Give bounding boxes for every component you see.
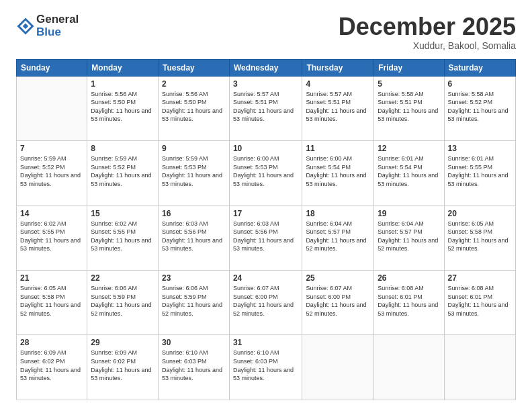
calendar-day-cell: 9Sunrise: 5:59 AM Sunset: 5:53 PM Daylig… (158, 141, 229, 205)
calendar-day-cell: 21Sunrise: 6:05 AM Sunset: 5:58 PM Dayli… (17, 271, 87, 335)
calendar-day-cell: 24Sunrise: 6:07 AM Sunset: 6:00 PM Dayli… (229, 271, 302, 335)
month-title: December 2025 (339, 13, 516, 40)
day-of-week-header: Friday (374, 59, 444, 76)
calendar-day-cell: 19Sunrise: 6:04 AM Sunset: 5:57 PM Dayli… (374, 205, 444, 270)
day-number: 11 (306, 144, 370, 153)
day-info: Sunrise: 6:01 AM Sunset: 5:55 PM Dayligh… (448, 154, 512, 188)
calendar-day-cell: 7Sunrise: 5:59 AM Sunset: 5:52 PM Daylig… (17, 141, 87, 205)
logo: General Blue (16, 13, 79, 38)
day-number: 28 (20, 338, 83, 347)
day-number: 9 (162, 144, 226, 153)
day-number: 18 (306, 209, 370, 218)
calendar-day-cell (17, 76, 87, 140)
day-number: 12 (378, 144, 440, 153)
day-number: 25 (306, 273, 370, 283)
day-number: 29 (91, 338, 154, 347)
day-header-row: SundayMondayTuesdayWednesdayThursdayFrid… (17, 59, 516, 76)
day-info: Sunrise: 6:00 AM Sunset: 5:53 PM Dayligh… (233, 154, 298, 188)
day-of-week-header: Saturday (444, 59, 515, 76)
day-info: Sunrise: 6:08 AM Sunset: 6:01 PM Dayligh… (448, 284, 512, 318)
calendar-week-row: 1Sunrise: 5:56 AM Sunset: 5:50 PM Daylig… (17, 76, 516, 140)
calendar-day-cell: 22Sunrise: 6:06 AM Sunset: 5:59 PM Dayli… (87, 271, 159, 335)
day-of-week-header: Wednesday (229, 59, 302, 76)
calendar-day-cell: 14Sunrise: 6:02 AM Sunset: 5:55 PM Dayli… (17, 205, 87, 270)
day-number: 4 (306, 79, 370, 89)
day-number: 20 (448, 209, 512, 218)
calendar-day-cell: 20Sunrise: 6:05 AM Sunset: 5:58 PM Dayli… (444, 205, 515, 270)
logo-general-text: General (36, 13, 79, 26)
day-number: 10 (233, 144, 298, 153)
day-info: Sunrise: 6:01 AM Sunset: 5:54 PM Dayligh… (378, 154, 440, 188)
day-number: 13 (448, 144, 512, 153)
day-info: Sunrise: 5:57 AM Sunset: 5:51 PM Dayligh… (306, 90, 370, 124)
calendar-day-cell: 2Sunrise: 5:56 AM Sunset: 5:50 PM Daylig… (158, 76, 229, 140)
calendar-page: General Blue December 2025 Xuddur, Bakoo… (0, 0, 532, 411)
calendar-day-cell (444, 335, 515, 400)
logo-icon (16, 17, 35, 36)
day-info: Sunrise: 6:10 AM Sunset: 6:03 PM Dayligh… (162, 349, 226, 382)
day-number: 30 (162, 338, 226, 347)
day-info: Sunrise: 6:06 AM Sunset: 5:59 PM Dayligh… (91, 284, 154, 318)
day-info: Sunrise: 5:58 AM Sunset: 5:52 PM Dayligh… (448, 90, 512, 124)
calendar-day-cell: 13Sunrise: 6:01 AM Sunset: 5:55 PM Dayli… (444, 141, 515, 205)
calendar-day-cell: 8Sunrise: 5:59 AM Sunset: 5:52 PM Daylig… (87, 141, 159, 205)
day-info: Sunrise: 6:02 AM Sunset: 5:55 PM Dayligh… (91, 220, 154, 253)
day-info: Sunrise: 6:03 AM Sunset: 5:56 PM Dayligh… (162, 220, 226, 253)
day-of-week-header: Thursday (302, 59, 374, 76)
calendar-day-cell: 10Sunrise: 6:00 AM Sunset: 5:53 PM Dayli… (229, 141, 302, 205)
day-number: 6 (448, 79, 512, 89)
calendar-week-row: 14Sunrise: 6:02 AM Sunset: 5:55 PM Dayli… (17, 205, 516, 270)
calendar-day-cell: 25Sunrise: 6:07 AM Sunset: 6:00 PM Dayli… (302, 271, 374, 335)
day-number: 22 (91, 273, 154, 283)
day-info: Sunrise: 6:02 AM Sunset: 5:55 PM Dayligh… (20, 220, 83, 253)
day-number: 17 (233, 209, 298, 218)
calendar-day-cell: 11Sunrise: 6:00 AM Sunset: 5:54 PM Dayli… (302, 141, 374, 205)
day-number: 16 (162, 209, 226, 218)
day-info: Sunrise: 6:06 AM Sunset: 5:59 PM Dayligh… (162, 284, 226, 318)
day-info: Sunrise: 6:04 AM Sunset: 5:57 PM Dayligh… (306, 220, 370, 253)
calendar-day-cell: 16Sunrise: 6:03 AM Sunset: 5:56 PM Dayli… (158, 205, 229, 270)
day-number: 31 (233, 338, 298, 347)
logo-text: General Blue (36, 13, 79, 38)
day-number: 14 (20, 209, 83, 218)
day-info: Sunrise: 6:10 AM Sunset: 6:03 PM Dayligh… (233, 349, 298, 382)
day-info: Sunrise: 5:58 AM Sunset: 5:51 PM Dayligh… (378, 90, 440, 124)
calendar-day-cell: 28Sunrise: 6:09 AM Sunset: 6:02 PM Dayli… (17, 335, 87, 400)
calendar-body: 1Sunrise: 5:56 AM Sunset: 5:50 PM Daylig… (17, 76, 516, 400)
day-info: Sunrise: 6:09 AM Sunset: 6:02 PM Dayligh… (20, 349, 83, 382)
calendar-table: SundayMondayTuesdayWednesdayThursdayFrid… (16, 59, 516, 400)
day-info: Sunrise: 6:00 AM Sunset: 5:54 PM Dayligh… (306, 154, 370, 188)
header: General Blue December 2025 Xuddur, Bakoo… (16, 13, 516, 51)
calendar-day-cell: 1Sunrise: 5:56 AM Sunset: 5:50 PM Daylig… (87, 76, 159, 140)
calendar-day-cell: 3Sunrise: 5:57 AM Sunset: 5:51 PM Daylig… (229, 76, 302, 140)
day-info: Sunrise: 5:59 AM Sunset: 5:53 PM Dayligh… (162, 154, 226, 188)
calendar-week-row: 28Sunrise: 6:09 AM Sunset: 6:02 PM Dayli… (17, 335, 516, 400)
day-number: 3 (233, 79, 298, 89)
calendar-header: SundayMondayTuesdayWednesdayThursdayFrid… (17, 59, 516, 76)
day-number: 19 (378, 209, 440, 218)
calendar-week-row: 7Sunrise: 5:59 AM Sunset: 5:52 PM Daylig… (17, 141, 516, 205)
day-info: Sunrise: 6:07 AM Sunset: 6:00 PM Dayligh… (306, 284, 370, 318)
calendar-day-cell (302, 335, 374, 400)
calendar-day-cell: 15Sunrise: 6:02 AM Sunset: 5:55 PM Dayli… (87, 205, 159, 270)
day-info: Sunrise: 6:08 AM Sunset: 6:01 PM Dayligh… (378, 284, 440, 318)
calendar-day-cell: 23Sunrise: 6:06 AM Sunset: 5:59 PM Dayli… (158, 271, 229, 335)
calendar-day-cell: 30Sunrise: 6:10 AM Sunset: 6:03 PM Dayli… (158, 335, 229, 400)
calendar-day-cell: 12Sunrise: 6:01 AM Sunset: 5:54 PM Dayli… (374, 141, 444, 205)
day-of-week-header: Tuesday (158, 59, 229, 76)
calendar-day-cell: 27Sunrise: 6:08 AM Sunset: 6:01 PM Dayli… (444, 271, 515, 335)
day-number: 1 (91, 79, 154, 89)
title-block: December 2025 Xuddur, Bakool, Somalia (339, 13, 516, 51)
logo-blue-text: Blue (36, 26, 79, 39)
calendar-day-cell (374, 335, 444, 400)
day-info: Sunrise: 6:04 AM Sunset: 5:57 PM Dayligh… (378, 220, 440, 253)
calendar-day-cell: 31Sunrise: 6:10 AM Sunset: 6:03 PM Dayli… (229, 335, 302, 400)
calendar-day-cell: 26Sunrise: 6:08 AM Sunset: 6:01 PM Dayli… (374, 271, 444, 335)
calendar-day-cell: 29Sunrise: 6:09 AM Sunset: 6:02 PM Dayli… (87, 335, 159, 400)
day-of-week-header: Monday (87, 59, 159, 76)
day-info: Sunrise: 5:59 AM Sunset: 5:52 PM Dayligh… (20, 154, 83, 188)
day-info: Sunrise: 6:05 AM Sunset: 5:58 PM Dayligh… (448, 220, 512, 253)
day-number: 23 (162, 273, 226, 283)
day-number: 8 (91, 144, 154, 153)
calendar-week-row: 21Sunrise: 6:05 AM Sunset: 5:58 PM Dayli… (17, 271, 516, 335)
